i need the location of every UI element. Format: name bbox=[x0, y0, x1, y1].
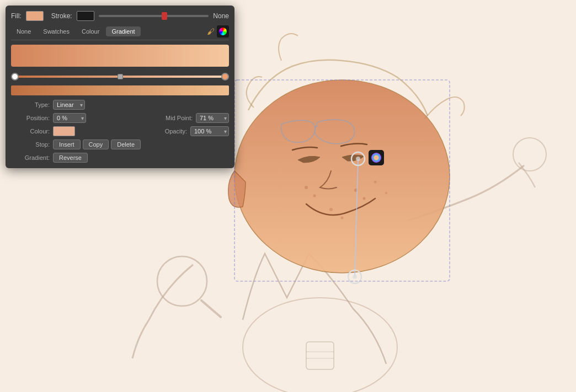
stop-label: Stop: bbox=[11, 141, 50, 148]
midpoint-select[interactable]: 71 % bbox=[196, 113, 229, 123]
tool-icon-box bbox=[217, 25, 229, 37]
svg-point-3 bbox=[305, 186, 308, 189]
gradient-panel: Fill: Stroke: None None Swatches Colour … bbox=[6, 6, 234, 168]
gradient-handle-right[interactable] bbox=[221, 73, 229, 80]
insert-button[interactable]: Insert bbox=[53, 139, 81, 149]
position-value-wrapper[interactable]: 0 % bbox=[53, 113, 86, 123]
gradient-slider-row[interactable] bbox=[11, 70, 229, 83]
midpoint-value-wrapper[interactable]: 71 % bbox=[196, 113, 229, 123]
tab-gradient[interactable]: Gradient bbox=[106, 26, 140, 36]
stroke-label: Stroke: bbox=[51, 12, 72, 20]
svg-point-20 bbox=[356, 157, 360, 161]
position-label: Position: bbox=[11, 115, 50, 121]
copy-button[interactable]: Copy bbox=[83, 139, 109, 149]
tab-row: None Swatches Colour Gradient 🖌 bbox=[11, 25, 229, 40]
svg-point-10 bbox=[385, 192, 387, 194]
type-label: Type: bbox=[11, 101, 50, 108]
opacity-value-wrapper[interactable]: 100 % bbox=[190, 126, 229, 136]
midpoint-label: Mid Point: bbox=[154, 115, 193, 121]
colour-label: Colour: bbox=[11, 128, 50, 135]
type-row: Type: Linear Radial bbox=[11, 100, 229, 110]
opacity-section: Opacity: 100 % bbox=[148, 126, 229, 136]
svg-point-9 bbox=[374, 181, 377, 184]
stroke-slider[interactable] bbox=[99, 11, 209, 21]
position-section: Position: 0 % bbox=[11, 113, 86, 123]
svg-point-8 bbox=[341, 217, 344, 219]
svg-point-22 bbox=[353, 275, 357, 279]
delete-button[interactable]: Delete bbox=[111, 139, 141, 149]
none-stroke-label: None bbox=[213, 12, 229, 20]
colour-section: Colour: bbox=[11, 126, 75, 136]
fill-stroke-row: Fill: Stroke: None bbox=[11, 11, 229, 21]
brush-icon[interactable]: 🖌 bbox=[207, 27, 215, 36]
gradient-preview-bar[interactable] bbox=[11, 45, 229, 67]
gradient-bottom-bar bbox=[11, 85, 229, 95]
position-select[interactable]: 0 % bbox=[53, 113, 86, 123]
svg-point-26 bbox=[374, 155, 378, 160]
midpoint-section: Mid Point: 71 % bbox=[154, 113, 229, 123]
gradient-label-row: Gradient: Reverse bbox=[11, 153, 229, 163]
color-wheel-icon bbox=[219, 28, 227, 35]
gradient-handle-left[interactable] bbox=[11, 73, 19, 80]
type-select-wrapper[interactable]: Linear Radial bbox=[53, 100, 85, 110]
gradient-handle-mid[interactable] bbox=[118, 74, 123, 79]
fill-label: Fill: bbox=[11, 12, 22, 20]
svg-point-2 bbox=[234, 80, 450, 273]
stroke-swatch[interactable] bbox=[77, 11, 94, 21]
tab-swatches[interactable]: Swatches bbox=[38, 26, 75, 36]
tab-none[interactable]: None bbox=[11, 26, 36, 36]
colour-opacity-row: Colour: Opacity: 100 % bbox=[11, 126, 229, 136]
tab-icons: 🖌 bbox=[207, 25, 229, 37]
svg-point-4 bbox=[313, 195, 316, 197]
opacity-select[interactable]: 100 % bbox=[190, 126, 229, 136]
fill-swatch[interactable] bbox=[26, 11, 44, 21]
colour-swatch[interactable] bbox=[53, 126, 75, 136]
tab-colour[interactable]: Colour bbox=[76, 26, 105, 36]
gradient-label: Gradient: bbox=[11, 154, 50, 161]
pos-mid-row: Position: 0 % Mid Point: 71 % bbox=[11, 113, 229, 123]
reverse-button[interactable]: Reverse bbox=[53, 153, 88, 163]
opacity-label: Opacity: bbox=[148, 128, 187, 135]
svg-point-6 bbox=[363, 197, 366, 200]
type-select[interactable]: Linear Radial bbox=[53, 100, 85, 110]
stop-row: Stop: Insert Copy Delete bbox=[11, 139, 229, 149]
svg-point-7 bbox=[329, 208, 333, 211]
